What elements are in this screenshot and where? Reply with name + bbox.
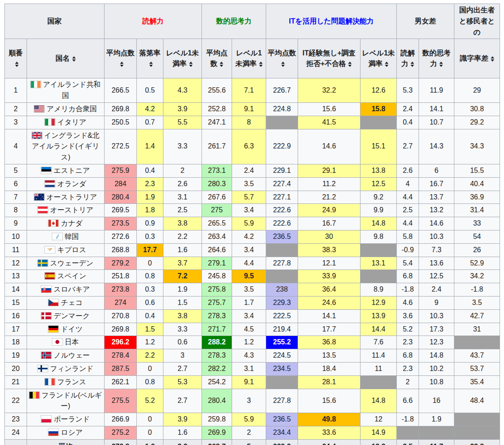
- cell-reading-fail: 17.7: [137, 243, 163, 257]
- table-row: 11キプロス268.817.71.6264.63.438.3-0.97.326: [5, 243, 500, 257]
- cell-reading-below-l1: 3.3: [163, 323, 202, 336]
- cell-it-below-l1: 9.2: [361, 191, 397, 204]
- country-cell: デンマーク: [27, 309, 105, 323]
- cell-it-no-exp: 18.4: [298, 362, 361, 375]
- col-header-country[interactable]: 国名: [27, 39, 105, 78]
- cell-reading-fail: 0.3: [137, 283, 163, 297]
- col-label: レベル1未満率: [236, 49, 262, 68]
- country-cell: アイルランド共和国: [27, 78, 105, 103]
- col-label: IT経験無し+調査拒否+不合格: [302, 49, 356, 68]
- country-name: 韓国: [65, 233, 79, 240]
- cell-numeracy-below-l1: 7.1: [232, 78, 266, 103]
- col-header-it-avg[interactable]: 平均点数: [266, 39, 298, 78]
- cell-it-avg: 238: [266, 283, 298, 297]
- rank-cell: 20: [5, 362, 27, 375]
- country-cell: キプロス: [27, 243, 105, 257]
- col-header-literacy-gap[interactable]: 識字率差: [454, 39, 500, 78]
- cell-numeracy-below-l1: 3.5: [232, 283, 266, 297]
- col-header-numeracy-below-l1[interactable]: レベル1未満率: [232, 39, 266, 78]
- col-header-reading-avg[interactable]: 平均点数: [105, 39, 137, 78]
- cell-it-no-exp: 15.6: [298, 389, 361, 413]
- header-group-row: 国家 読解力 数的思考力 ITを活用した問題解決能力 男女差 国内出生者と移民者…: [5, 4, 500, 39]
- cell-gender-reading: 3.6: [397, 309, 419, 323]
- cell-it-below-l1: [361, 243, 397, 257]
- table-row: 24ロシア275.201.6269.92234.433.614.9: [5, 426, 500, 439]
- cell-it-below-l1: 14.4: [361, 323, 397, 336]
- finland-flag-icon: [38, 365, 48, 372]
- cell-reading-below-l1: 5.3: [163, 375, 202, 389]
- col-header-rank[interactable]: 順番: [5, 39, 27, 78]
- cell-gender-reading: 5.4: [397, 257, 419, 270]
- cell-reading-fail: 0: [137, 413, 163, 426]
- sort-icon: [411, 62, 414, 67]
- cell-gender-reading: 4: [397, 177, 419, 191]
- avg-numeracy-below-l1: 5: [232, 439, 266, 445]
- cell-numeracy-below-l1: 1.7: [232, 296, 266, 309]
- table-row: 12スウェーデン279.203.7279.14.4227.812.113.15.…: [5, 257, 500, 270]
- cell-it-below-l1: 9.8: [361, 230, 397, 243]
- average-label-cell: 平均: [27, 439, 105, 445]
- cell-reading-avg: 272.6: [105, 230, 137, 243]
- col-header-numeracy-avg[interactable]: 平均点数: [202, 39, 232, 78]
- group-numeracy: 数的思考力: [202, 4, 266, 39]
- cell-it-avg: 229.3: [266, 296, 298, 309]
- col-header-gender-reading[interactable]: 読解力: [397, 39, 419, 78]
- col-header-gender-numeracy[interactable]: 数的思考力: [419, 39, 454, 78]
- cell-reading-below-l1: 1.9: [163, 283, 202, 297]
- cell-numeracy-avg: 269.9: [202, 426, 232, 439]
- country-cell: ポーランド: [27, 413, 105, 426]
- cell-it-avg: 219.4: [266, 323, 298, 336]
- sort-icon: [220, 62, 223, 67]
- cell-numeracy-avg: 288.2: [202, 336, 232, 349]
- group-gender-gap: 男女差: [397, 4, 454, 39]
- cell-numeracy-below-l1: 4.3: [232, 349, 266, 363]
- cell-it-below-l1: [361, 270, 397, 283]
- col-header-it-no-exp[interactable]: IT経験無し+調査拒否+不合格: [298, 39, 361, 78]
- rank-cell: 6: [5, 177, 27, 191]
- table-row: 6オランダ2842.32.6280.33.5227.411.212.5416.7…: [5, 177, 500, 191]
- cell-literacy-gap: 36.9: [454, 191, 500, 204]
- country-name: オーストリア: [50, 206, 93, 214]
- col-header-reading-fail[interactable]: 落第率: [137, 39, 163, 78]
- cell-reading-avg: 273.8: [105, 283, 137, 297]
- cell-reading-below-l1: 3.8: [163, 217, 202, 230]
- cell-it-no-exp: 30: [298, 230, 361, 243]
- cell-literacy-gap: [454, 413, 500, 426]
- cell-numeracy-below-l1: 3.1: [232, 362, 266, 375]
- cell-reading-avg: 273.5: [105, 217, 137, 230]
- country-name: オーストラリア: [47, 193, 97, 201]
- country-cell: 韓国: [27, 230, 105, 243]
- col-header-reading-below-l1[interactable]: レベル1未満率: [163, 39, 202, 78]
- cell-gender-numeracy: 12.3: [419, 336, 454, 349]
- cell-numeracy-avg: 275: [202, 204, 232, 217]
- cell-reading-fail: 0.8: [137, 375, 163, 389]
- cell-numeracy-below-l1: 3.4: [232, 309, 266, 323]
- cell-numeracy-below-l1: 2.4: [232, 164, 266, 177]
- cell-it-below-l1: 11.4: [361, 349, 397, 363]
- header-columns-row: 順番 国名 平均点数 落第率 レベル1未満率 平均点数 レベル1未満率 平均点数…: [5, 39, 500, 78]
- cell-it-avg: 224.8: [266, 102, 298, 116]
- cell-numeracy-below-l1: 5.9: [232, 217, 266, 230]
- table-row: 21フランス262.10.85.3254.29.128.1210.835.4: [5, 375, 500, 389]
- cell-gender-numeracy: 10.3: [419, 309, 454, 323]
- cell-reading-fail: 0.8: [137, 270, 163, 283]
- cell-reading-avg: 268.8: [105, 243, 137, 257]
- cell-it-no-exp: 36.8: [298, 336, 361, 349]
- country-cell: フィンランド: [27, 362, 105, 375]
- cell-reading-avg: 284: [105, 177, 137, 191]
- cell-reading-fail: 0.9: [137, 217, 163, 230]
- table-row: 19ノルウェー278.42.23278.34.3224.513.511.46.8…: [5, 349, 500, 363]
- cell-gender-numeracy: 17.3: [419, 323, 454, 336]
- cell-literacy-gap: -1.8: [454, 283, 500, 297]
- country-name: アメリカ合衆国: [47, 105, 97, 113]
- cell-it-below-l1: [361, 375, 397, 389]
- cell-gender-reading: [397, 426, 419, 439]
- col-header-it-below-l1[interactable]: レベル1未満率: [361, 39, 397, 78]
- sort-icon: [72, 56, 76, 62]
- rank-cell: 16: [5, 309, 27, 323]
- cell-it-below-l1: 13.9: [361, 309, 397, 323]
- sort-icon: [348, 62, 352, 67]
- cyprus-flag-icon: [45, 246, 55, 253]
- cell-it-no-exp: 11.2: [298, 177, 361, 191]
- country-name: アイルランド共和国: [43, 81, 101, 99]
